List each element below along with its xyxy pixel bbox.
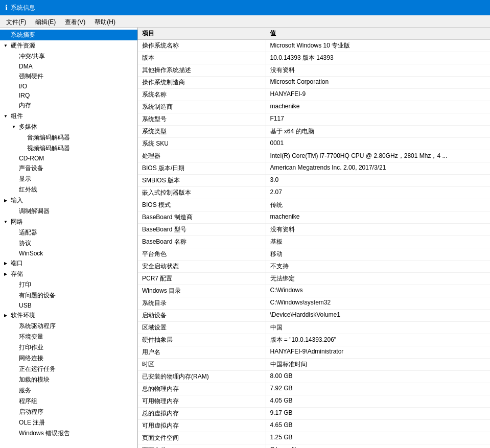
- table-row[interactable]: 区域设置中国: [138, 322, 490, 334]
- sidebar-item-software-env[interactable]: ▶软件环境: [0, 310, 137, 321]
- table-row[interactable]: 总的物理内存7.92 GB: [138, 383, 490, 395]
- menu-file[interactable]: 文件(F): [2, 17, 30, 26]
- table-row[interactable]: 操作系统名称Microsoft Windows 10 专业版: [138, 40, 490, 52]
- sidebar-item-system-summary[interactable]: 系统摘要: [0, 30, 137, 40]
- table-row[interactable]: 系统名称HANYAFEI-9: [138, 89, 490, 101]
- table-row[interactable]: 可用虚拟内存4.65 GB: [138, 420, 490, 432]
- table-row[interactable]: 系统类型基于 x64 的电脑: [138, 126, 490, 138]
- table-row[interactable]: BaseBoard 型号没有资料: [138, 224, 490, 236]
- sidebar-label-print: 打印: [19, 280, 31, 289]
- table-row[interactable]: 系统型号F117: [138, 113, 490, 126]
- sidebar-item-dma[interactable]: DMA: [0, 62, 137, 71]
- sidebar-item-input[interactable]: ▶输入: [0, 195, 137, 206]
- sidebar-item-running-tasks[interactable]: 正在运行任务: [0, 364, 137, 374]
- cell-item: 总的虚拟内存: [138, 408, 266, 420]
- table-row[interactable]: 平台角色移动: [138, 248, 490, 261]
- expand-icon-multimedia[interactable]: ▼: [10, 125, 17, 129]
- sidebar-item-windows-errors[interactable]: Windows 错误报告: [0, 428, 137, 439]
- expand-icon-ports[interactable]: ▶: [2, 261, 9, 266]
- table-row[interactable]: 已安装的物理内存(RAM)8.00 GB: [138, 371, 490, 383]
- table-row[interactable]: 嵌入式控制器版本2.07: [138, 187, 490, 199]
- sidebar-item-ole-reg[interactable]: OLE 注册: [0, 417, 137, 428]
- table-row[interactable]: 时区中国标准时间: [138, 359, 490, 371]
- sidebar-item-ports[interactable]: ▶端口: [0, 258, 137, 269]
- sidebar-item-print[interactable]: 打印: [0, 279, 137, 290]
- cell-item: BIOS 版本/日期: [138, 162, 266, 175]
- sidebar-label-video-codecs: 视频编码解码器: [27, 144, 70, 153]
- sidebar-item-env-vars[interactable]: 环境变量: [0, 332, 137, 342]
- sidebar-item-winsock[interactable]: WinSock: [0, 249, 137, 258]
- cell-value: 1.25 GB: [266, 432, 490, 444]
- expand-icon-network[interactable]: ▼: [2, 220, 9, 224]
- sidebar-item-multimedia[interactable]: ▼多媒体: [0, 122, 137, 132]
- table-row[interactable]: 启动设备\Device\HarddiskVolume1: [138, 310, 490, 322]
- table-row[interactable]: 页面文件空间1.25 GB: [138, 432, 490, 444]
- table-row[interactable]: 其他操作系统描述没有资料: [138, 64, 490, 77]
- sidebar-item-storage[interactable]: ▶存储: [0, 269, 137, 279]
- sidebar-item-io[interactable]: I/O: [0, 82, 137, 91]
- table-row[interactable]: 系统目录C:\Windows\system32: [138, 297, 490, 310]
- table-row[interactable]: 操作系统制造商Microsoft Corporation: [138, 77, 490, 89]
- expand-icon-hardware[interactable]: ▼: [2, 43, 9, 48]
- table-row[interactable]: BaseBoard 制造商machenike: [138, 211, 490, 224]
- table-row[interactable]: 硬件抽象层版本 = "10.0.14393.206": [138, 334, 490, 346]
- cell-item: 处理器: [138, 150, 266, 162]
- sidebar-item-network[interactable]: ▼网络: [0, 217, 137, 227]
- sidebar-item-sound[interactable]: 声音设备: [0, 163, 137, 174]
- table-row[interactable]: 总的虚拟内存9.17 GB: [138, 408, 490, 420]
- table-row[interactable]: BaseBoard 名称基板: [138, 236, 490, 248]
- sidebar-label-program-groups: 程序组: [19, 397, 37, 406]
- menu-view[interactable]: 查看(V): [61, 17, 89, 26]
- sidebar-item-forced-hardware[interactable]: 强制硬件: [0, 71, 137, 82]
- expand-icon-storage[interactable]: ▶: [2, 272, 9, 276]
- sidebar-item-network-conn[interactable]: 网络连接: [0, 353, 137, 364]
- menu-help[interactable]: 帮助(H): [90, 17, 120, 26]
- menu-edit[interactable]: 编辑(E): [31, 17, 60, 26]
- sidebar-item-irq[interactable]: IRQ: [0, 91, 137, 100]
- table-row[interactable]: 版本10.0.14393 版本 14393: [138, 52, 490, 64]
- sidebar-item-problem-devices[interactable]: 有问题的设备: [0, 290, 137, 301]
- sidebar-item-protocol[interactable]: 协议: [0, 238, 137, 249]
- sidebar-item-infrared[interactable]: 红外线: [0, 184, 137, 195]
- sidebar-item-program-groups[interactable]: 程序组: [0, 396, 137, 407]
- sidebar-label-protocol: 协议: [19, 239, 31, 248]
- table-row[interactable]: 系统制造商machenike: [138, 101, 490, 113]
- sidebar-item-video-codecs[interactable]: 视频编码解码器: [0, 143, 137, 154]
- table-row[interactable]: BIOS 版本/日期American Megatrends Inc. 2.00,…: [138, 162, 490, 175]
- sidebar-item-display[interactable]: 显示: [0, 174, 137, 184]
- table-row[interactable]: BIOS 模式传统: [138, 199, 490, 211]
- expand-icon-input[interactable]: ▶: [2, 198, 9, 203]
- expand-icon-software-env[interactable]: ▶: [2, 313, 9, 318]
- table-row[interactable]: PCR7 配置无法绑定: [138, 273, 490, 285]
- sidebar-item-components[interactable]: ▼组件: [0, 111, 137, 122]
- sidebar-label-ole-reg: OLE 注册: [19, 418, 45, 427]
- sidebar-item-sys-drivers[interactable]: 系统驱动程序: [0, 321, 137, 332]
- cell-item: BaseBoard 制造商: [138, 211, 266, 224]
- table-row[interactable]: 页面文件C:\pagefile.sys: [138, 444, 490, 449]
- sidebar-item-print-jobs[interactable]: 打印作业: [0, 342, 137, 353]
- cell-value: C:\pagefile.sys: [266, 444, 490, 449]
- sidebar-item-loaded-modules[interactable]: 加载的模块: [0, 374, 137, 385]
- main-area: 系统摘要▼硬件资源冲突/共享DMA强制硬件I/OIRQ内存▼组件▼多媒体音频编码…: [0, 28, 490, 448]
- sidebar-label-memory: 内存: [19, 101, 31, 110]
- sidebar-item-modem[interactable]: 调制解调器: [0, 206, 137, 217]
- table-row[interactable]: Windows 目录C:\Windows: [138, 285, 490, 297]
- sidebar-item-memory[interactable]: 内存: [0, 100, 137, 111]
- table-row[interactable]: 可用物理内存4.05 GB: [138, 395, 490, 408]
- table-row[interactable]: SMBIOS 版本3.0: [138, 175, 490, 187]
- sidebar-item-cdrom[interactable]: CD-ROM: [0, 154, 137, 163]
- sidebar-item-adapter[interactable]: 适配器: [0, 227, 137, 238]
- sidebar-item-audio-codecs[interactable]: 音频编码解码器: [0, 132, 137, 143]
- table-row[interactable]: 用户名HANYAFEI-9\Administrator: [138, 346, 490, 359]
- sidebar-item-startup[interactable]: 启动程序: [0, 407, 137, 417]
- table-row[interactable]: 处理器Intel(R) Core(TM) i7-7700HQ CPU @ 2.8…: [138, 150, 490, 162]
- cell-value: 无法绑定: [266, 273, 490, 285]
- sidebar-item-usb[interactable]: USB: [0, 301, 137, 310]
- table-row[interactable]: 安全启动状态不支持: [138, 261, 490, 273]
- table-row[interactable]: 系统 SKU0001: [138, 138, 490, 150]
- expand-icon-components[interactable]: ▼: [2, 114, 9, 119]
- sidebar-label-components: 组件: [11, 112, 23, 121]
- sidebar-item-conflict[interactable]: 冲突/共享: [0, 51, 137, 62]
- sidebar-item-services[interactable]: 服务: [0, 385, 137, 396]
- sidebar-item-hardware[interactable]: ▼硬件资源: [0, 40, 137, 51]
